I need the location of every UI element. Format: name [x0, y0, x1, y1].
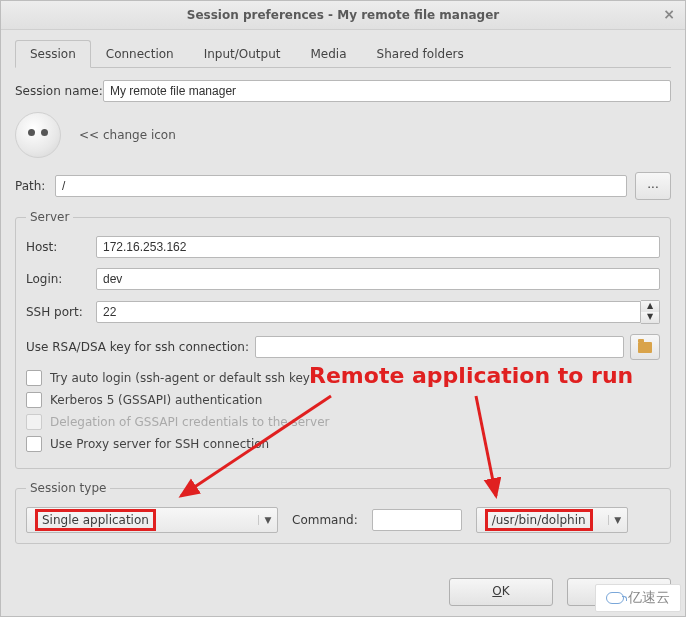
auto-login-label: Try auto login (ssh-agent or default ssh… [50, 371, 315, 385]
login-label: Login: [26, 272, 96, 286]
proxy-checkbox[interactable] [26, 436, 42, 452]
close-icon[interactable]: × [661, 7, 677, 23]
rsa-key-input[interactable] [255, 336, 624, 358]
proxy-label: Use Proxy server for SSH connection [50, 437, 269, 451]
tab-io[interactable]: Input/Output [189, 40, 296, 67]
server-legend: Server [26, 210, 73, 224]
auto-login-checkbox[interactable] [26, 370, 42, 386]
change-icon-link[interactable]: << change icon [79, 128, 176, 142]
rsa-browse-button[interactable] [630, 334, 660, 360]
ok-button[interactable]: OK [449, 578, 553, 606]
tab-shared-folders[interactable]: Shared folders [362, 40, 479, 67]
rsa-key-label: Use RSA/DSA key for ssh connection: [26, 340, 249, 354]
session-type-combo[interactable]: Single application ▼ [26, 507, 278, 533]
sshport-input[interactable] [96, 301, 641, 323]
tab-bar: Session Connection Input/Output Media Sh… [15, 40, 671, 68]
gssapi-delegation-label: Delegation of GSSAPI credentials to the … [50, 415, 329, 429]
chevron-down-icon[interactable]: ▼ [641, 312, 659, 323]
sshport-spinner[interactable]: ▲ ▼ [641, 300, 660, 324]
tab-media[interactable]: Media [296, 40, 362, 67]
session-type-legend: Session type [26, 481, 110, 495]
command-path-value: /usr/bin/dolphin [485, 509, 593, 531]
path-input [55, 175, 627, 197]
chevron-up-icon[interactable]: ▲ [641, 301, 659, 312]
kerberos-checkbox[interactable] [26, 392, 42, 408]
gssapi-delegation-checkbox [26, 414, 42, 430]
kerberos-label: Kerberos 5 (GSSAPI) authentication [50, 393, 262, 407]
window-title: Session preferences - My remote file man… [187, 8, 500, 22]
command-path-combo[interactable]: /usr/bin/dolphin ▼ [476, 507, 628, 533]
chevron-down-icon: ▼ [258, 515, 277, 525]
session-icon[interactable] [15, 112, 61, 158]
command-input[interactable] [372, 509, 462, 531]
cloud-icon [606, 592, 624, 604]
login-input[interactable] [96, 268, 660, 290]
watermark: 亿速云 [595, 584, 681, 612]
host-input[interactable] [96, 236, 660, 258]
titlebar: Session preferences - My remote file man… [1, 1, 685, 30]
tab-session[interactable]: Session [15, 40, 91, 68]
sshport-label: SSH port: [26, 305, 96, 319]
session-type-value: Single application [35, 509, 156, 531]
watermark-text: 亿速云 [628, 589, 670, 607]
preferences-window: Session preferences - My remote file man… [0, 0, 686, 617]
session-name-label: Session name: [15, 84, 103, 98]
path-label: Path: [15, 179, 55, 193]
session-name-input[interactable] [103, 80, 671, 102]
command-label: Command: [292, 513, 358, 527]
host-label: Host: [26, 240, 96, 254]
chevron-down-icon: ▼ [608, 515, 627, 525]
tab-connection[interactable]: Connection [91, 40, 189, 67]
session-type-group: Session type Single application ▼ Comman… [15, 481, 671, 544]
folder-icon [638, 342, 652, 353]
path-browse-button[interactable]: ... [635, 172, 671, 200]
server-group: Server Host: Login: SSH port: ▲ ▼ Use RS… [15, 210, 671, 469]
